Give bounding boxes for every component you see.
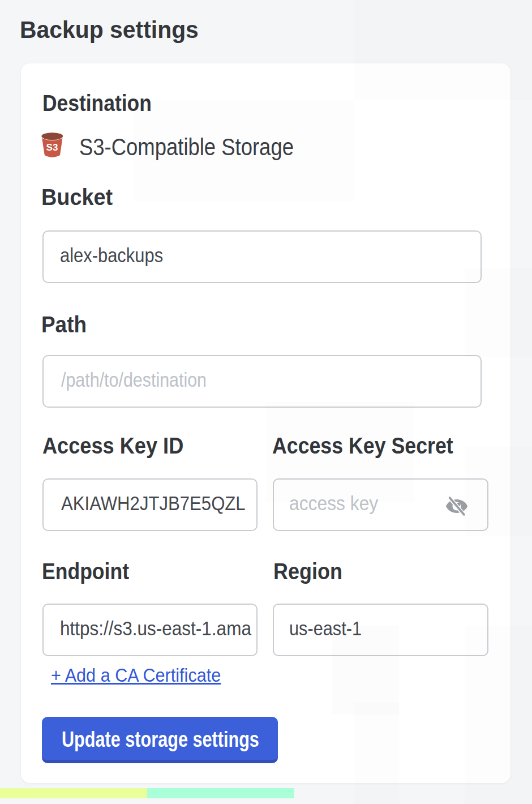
svg-text:S3: S3 [46, 142, 58, 153]
